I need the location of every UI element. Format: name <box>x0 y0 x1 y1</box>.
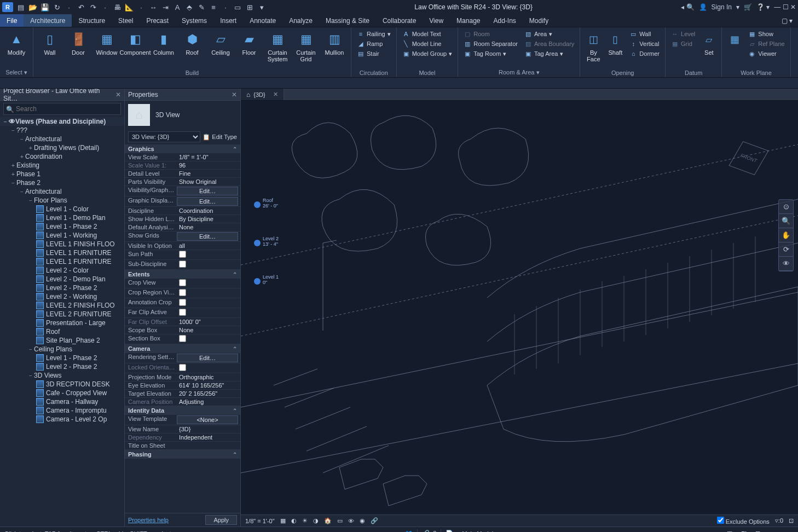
tab-precast[interactable]: Precast <box>140 14 175 27</box>
tab-extras-icon[interactable]: ▢ ▾ <box>782 17 793 25</box>
search-icon[interactable]: ◂ 🔍 <box>681 3 694 11</box>
vc-hide-icon[interactable]: 👁 <box>348 518 354 524</box>
edit-type-button[interactable]: 📋 Edit Type <box>203 131 237 142</box>
prop-graphicdisp-button[interactable]: Edit… <box>177 197 238 206</box>
maximize-button[interactable]: ☐ <box>783 3 789 11</box>
tree-leaf[interactable]: Level 1 - Working <box>0 231 124 240</box>
prop-defanalysis[interactable]: None <box>177 223 240 231</box>
tree-node[interactable]: −Floor Plans <box>0 196 124 205</box>
component-button[interactable]: ◧Component <box>122 30 148 68</box>
set-button[interactable]: ▱Set <box>699 30 718 68</box>
signin-text[interactable]: Sign In <box>712 3 732 11</box>
prop-cropregion[interactable] <box>177 288 240 298</box>
tree-node[interactable]: +Drafting Views (Detail) <box>0 143 124 152</box>
tree-leaf[interactable]: LEVEL 1 FURNITURE <box>0 257 124 266</box>
tree-leaf[interactable]: Level 1 - Phase 2 <box>0 354 124 362</box>
tab-insert[interactable]: Insert <box>213 14 243 27</box>
status-workset-icon[interactable]: 👥 <box>401 530 417 532</box>
tree-node[interactable]: −??? <box>0 126 124 135</box>
prop-eye[interactable]: 614' 10 165/256" <box>177 381 240 389</box>
ramp-button[interactable]: ◢Ramp <box>355 39 393 48</box>
model-text-button[interactable]: AModel Text <box>400 30 455 38</box>
tree-leaf[interactable]: Level 1 - Color <box>0 205 124 213</box>
vc-reveal-icon[interactable]: ◉ <box>360 517 365 524</box>
tree-leaf[interactable]: Level 2 - Working <box>0 292 124 301</box>
signin-drop[interactable]: ▾ <box>736 3 739 11</box>
tree-node[interactable]: −Architectural <box>0 135 124 143</box>
tree-node[interactable]: −Ceiling Plans <box>0 345 124 354</box>
modify-button[interactable]: ▲ Modify <box>3 30 30 68</box>
status-icon[interactable]: ↔ <box>765 530 779 533</box>
canvas-3d[interactable]: Roof26' - 0" Level 213' - 4" Level 10" F… <box>241 101 798 514</box>
nav-full-icon[interactable]: ⊙ <box>779 200 793 214</box>
status-link-icon[interactable]: 🔗 :0 <box>418 530 441 532</box>
status-model-icon[interactable]: 📄 <box>441 530 458 532</box>
exclude-options-check[interactable]: Exclude Options <box>717 517 770 525</box>
tab-architecture[interactable]: Architecture <box>24 14 72 27</box>
section-graphics[interactable]: Graphics⌃ <box>125 144 240 153</box>
qat-thin-icon[interactable]: ≡ <box>209 3 218 11</box>
vc-constraints-icon[interactable]: 🔗 <box>371 517 378 524</box>
properties-close-icon[interactable]: ✕ <box>232 91 237 99</box>
tree-leaf[interactable]: Level 2 - Color <box>0 266 124 275</box>
tab-view[interactable]: View <box>423 14 450 27</box>
properties-help-link[interactable]: Properties help <box>128 517 169 523</box>
select-dropdown[interactable]: Select ▾ <box>3 68 30 76</box>
floor-button[interactable]: ▰Floor <box>236 30 262 68</box>
section-extents[interactable]: Extents⌃ <box>125 270 240 279</box>
tree-leaf[interactable]: LEVEL 2 FURNITURE <box>0 310 124 319</box>
prop-showhidden[interactable]: By Discipline <box>177 215 240 223</box>
status-icon[interactable]: ⊞ <box>751 530 765 532</box>
prop-showgrids-button[interactable]: Edit… <box>177 232 238 241</box>
prop-visgraph-button[interactable]: Edit… <box>177 187 238 195</box>
tag-area-button[interactable]: ▣Tag Area ▾ <box>522 49 576 58</box>
scale-display[interactable]: 1/8" = 1'-0" <box>245 518 275 524</box>
tab-collaborate[interactable]: Collaborate <box>376 14 423 27</box>
qat-text-icon[interactable]: A <box>173 3 182 11</box>
search-input[interactable] <box>3 103 121 115</box>
prop-detail[interactable]: Fine <box>177 170 240 177</box>
prop-locked[interactable] <box>177 363 240 373</box>
prop-viewtemplate-button[interactable]: <None> <box>177 415 238 424</box>
qat-close-icon[interactable]: ▭ <box>233 3 242 11</box>
room-sep-button[interactable]: ▥Room Separator <box>461 39 520 48</box>
tab-close-icon[interactable]: ✕ <box>273 91 278 98</box>
signin-icon[interactable]: 👤 <box>699 3 707 11</box>
vc-style-icon[interactable]: ◐ <box>291 517 297 524</box>
prop-annotcrop[interactable] <box>177 298 240 308</box>
door-button[interactable]: 🚪Door <box>65 30 91 68</box>
prop-farclip[interactable] <box>177 308 240 317</box>
area-button[interactable]: ▧Area ▾ <box>522 30 576 38</box>
tree-leaf[interactable]: Level 1 - Phase 2 <box>0 222 124 231</box>
tree-leaf[interactable]: Camera - Level 2 Op <box>0 415 124 424</box>
ceiling-button[interactable]: ▱Ceiling <box>207 30 234 68</box>
prop-subdisc[interactable] <box>177 260 240 269</box>
roof-button[interactable]: ⬢Roof <box>179 30 205 68</box>
qat-open-icon[interactable]: ▤ <box>16 3 25 11</box>
prop-sectionbox[interactable] <box>177 334 240 344</box>
tree-node[interactable]: +Existing <box>0 161 124 170</box>
nav-pan-icon[interactable]: ✋ <box>779 228 793 242</box>
wall-opening-button[interactable]: ▭Wall <box>627 30 662 38</box>
qat-undo-icon[interactable]: ↶ <box>77 3 85 11</box>
room-area-dropdown[interactable]: Room & Area ▾ <box>461 68 576 76</box>
section-camera[interactable]: Camera⌃ <box>125 344 240 353</box>
prop-titlesheet[interactable] <box>177 442 240 449</box>
stair-button[interactable]: ▤Stair <box>355 49 393 58</box>
qat-drop-icon[interactable]: ▾ <box>257 3 266 11</box>
tree-leaf[interactable]: Level 2 - Phase 2 <box>0 362 124 371</box>
close-button[interactable]: ✕ <box>790 3 796 11</box>
vc-crop-icon[interactable]: ▭ <box>337 517 343 524</box>
tab-structure[interactable]: Structure <box>72 14 112 27</box>
model-group-button[interactable]: ▣Model Group ▾ <box>400 49 455 58</box>
status-icon[interactable]: ◧ <box>737 530 751 532</box>
prop-projmode[interactable]: Orthographic <box>177 373 240 381</box>
apply-button[interactable]: Apply <box>205 515 237 525</box>
tree-leaf[interactable]: Camera - Hallway <box>0 397 124 406</box>
section-identity[interactable]: Identity Data⌃ <box>125 406 240 415</box>
qat-save-icon[interactable]: 💾 <box>41 3 49 11</box>
vc-filter-icon[interactable]: ▿:0 <box>775 517 783 524</box>
area-boundary-button[interactable]: ▨Area Boundary <box>522 39 576 48</box>
prop-visoption[interactable]: all <box>177 242 240 250</box>
viewcube[interactable]: FRONT <box>727 139 771 183</box>
